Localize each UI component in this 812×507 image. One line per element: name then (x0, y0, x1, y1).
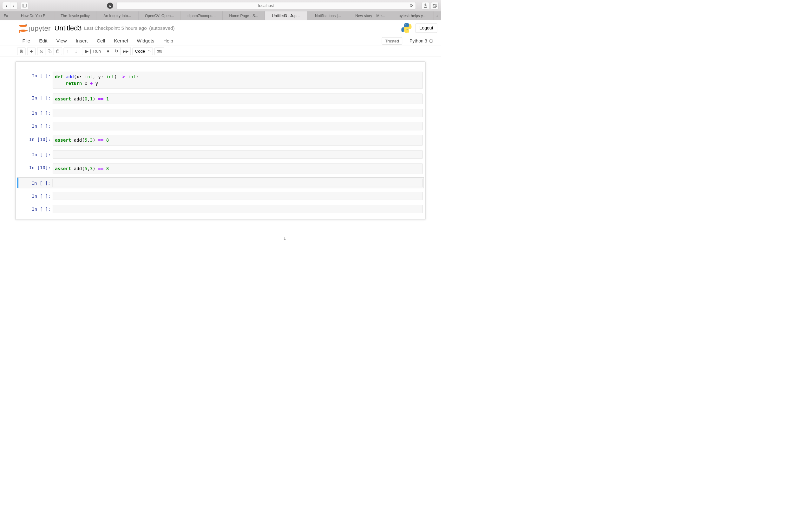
run-icon: ▶❙ (85, 49, 92, 54)
browser-tab[interactable]: Home Page - S... (223, 11, 265, 20)
code-cell[interactable]: In [10]:assert add(5,3) == 8 (17, 162, 424, 175)
code-cell[interactable]: In [10]:assert add(5,3) == 8 (17, 134, 424, 147)
browser-tab[interactable]: New story – Me... (349, 11, 392, 20)
browser-tab[interactable]: Fa (0, 11, 12, 20)
cell-input[interactable]: assert add(0,1) == 1 (53, 94, 422, 104)
code-cell[interactable]: In [ ]: (17, 191, 424, 202)
browser-tab[interactable]: Untitled3 - Jup... (265, 11, 307, 20)
jupyter-logo[interactable]: jupyter (19, 24, 51, 32)
interrupt-button[interactable]: ■ (104, 48, 112, 55)
code-cell[interactable]: In [ ]: (17, 108, 424, 118)
browser-tab[interactable]: dipam7/compu... (181, 11, 223, 20)
move-up-button[interactable]: ↑ (64, 48, 72, 55)
kernel-name-text: Python 3 (409, 38, 427, 44)
checkpoint-text: Last Checkpoint: 5 hours ago (84, 25, 147, 31)
text-cursor-icon: 𝙸 (283, 236, 287, 241)
new-tab-button[interactable]: + (433, 11, 441, 20)
cell-input[interactable] (53, 192, 422, 200)
cell-input[interactable] (53, 179, 423, 187)
cell-input[interactable] (53, 122, 422, 130)
add-cell-button[interactable]: + (27, 48, 36, 55)
move-down-button[interactable]: ↓ (72, 48, 80, 55)
menu-bar: FileEditViewInsertCellKernelWidgetsHelp … (0, 36, 441, 46)
cell-input[interactable]: assert add(5,3) == 8 (53, 135, 422, 146)
run-button[interactable]: ▶❙ Run (82, 48, 104, 55)
trusted-indicator[interactable]: Trusted (382, 38, 402, 45)
python-logo-icon (401, 23, 412, 33)
cell-input[interactable] (53, 205, 422, 213)
svg-rect-17 (158, 52, 160, 52)
code-cell[interactable]: In [ ]: (17, 121, 424, 131)
cell-prompt: In [10]: (18, 164, 53, 174)
cell-prompt: In [10]: (18, 135, 53, 146)
cell-prompt: In [ ]: (18, 192, 53, 200)
browser-tab[interactable]: The 1cycle policy (54, 11, 96, 20)
svg-rect-13 (157, 50, 158, 51)
forward-button[interactable]: › (10, 2, 17, 9)
svg-rect-14 (158, 50, 159, 51)
browser-tab[interactable]: How Do You F (12, 11, 54, 20)
cell-prompt: In [ ]: (18, 151, 53, 159)
svg-rect-11 (57, 50, 58, 50)
cell-prompt: In [ ]: (18, 122, 53, 130)
jupyter-logo-icon (19, 24, 27, 32)
code-cell[interactable]: In [ ]:assert add(0,1) == 1 (17, 93, 424, 106)
cell-prompt: In [ ]: (18, 109, 53, 117)
notebook-title[interactable]: Untitled3 (55, 24, 82, 32)
svg-point-7 (42, 52, 43, 53)
cell-input[interactable]: assert add(5,3) == 8 (53, 164, 422, 174)
menu-edit[interactable]: Edit (39, 38, 47, 43)
code-cell[interactable]: In [ ]: (17, 177, 424, 188)
svg-rect-5 (434, 4, 437, 7)
cell-input[interactable] (53, 151, 422, 159)
cut-button[interactable] (37, 48, 45, 55)
command-palette-button[interactable] (154, 48, 164, 55)
svg-point-6 (40, 52, 41, 53)
svg-rect-15 (159, 50, 160, 51)
notebook: In [ ]:def add(x: int, y: int) -> int: r… (15, 61, 425, 220)
cell-input[interactable]: def add(x: int, y: int) -> int: return x… (53, 72, 422, 89)
copy-button[interactable] (45, 48, 54, 55)
back-button[interactable]: ‹ (3, 2, 10, 9)
cell-type-select[interactable]: Code (133, 48, 153, 55)
tabs-button[interactable] (431, 2, 439, 9)
browser-tab[interactable]: OpenCV: Open... (138, 11, 181, 20)
code-cell[interactable]: In [ ]: (17, 149, 424, 160)
url-bar[interactable]: G localhost ⟳ (116, 2, 416, 9)
cell-prompt: In [ ]: (18, 94, 53, 104)
restart-run-all-button[interactable]: ▶▶ (120, 48, 131, 55)
reload-icon[interactable]: ⟳ (410, 3, 413, 8)
sidebar-toggle-button[interactable] (20, 2, 28, 9)
share-button[interactable] (421, 2, 429, 9)
menu-file[interactable]: File (22, 38, 31, 43)
kernel-idle-icon (429, 39, 433, 43)
restart-button[interactable]: ↻ (112, 48, 120, 55)
cell-input[interactable] (53, 109, 422, 117)
browser-tab[interactable]: pytest: helps y... (391, 11, 433, 20)
menu-kernel[interactable]: Kernel (114, 38, 128, 43)
run-label: Run (93, 49, 101, 54)
menu-view[interactable]: View (56, 38, 67, 43)
code-cell[interactable]: In [ ]:def add(x: int, y: int) -> int: r… (17, 70, 424, 90)
browser-tab[interactable]: An Inquiry Into... (96, 11, 139, 20)
browser-tab[interactable]: Notifications |... (307, 11, 349, 20)
logout-button[interactable]: Logout (415, 23, 437, 33)
save-button[interactable] (17, 48, 26, 55)
cell-prompt: In [ ]: (18, 205, 53, 213)
svg-rect-4 (433, 4, 436, 7)
svg-rect-0 (22, 4, 27, 7)
svg-rect-16 (160, 50, 160, 51)
menu-widgets[interactable]: Widgets (137, 38, 154, 43)
menu-help[interactable]: Help (163, 38, 173, 43)
paste-button[interactable] (54, 48, 62, 55)
kernel-name[interactable]: Python 3 (406, 38, 433, 44)
url-text: localhost (258, 3, 274, 8)
svg-rect-10 (49, 51, 51, 53)
cell-prompt: In [ ]: (18, 72, 53, 89)
autosave-text: (autosaved) (149, 25, 174, 31)
nav-buttons: ‹ › (3, 2, 18, 9)
code-cell[interactable]: In [ ]: (17, 204, 424, 215)
menu-insert[interactable]: Insert (76, 38, 88, 43)
site-icon: G (107, 3, 113, 9)
menu-cell[interactable]: Cell (97, 38, 105, 43)
